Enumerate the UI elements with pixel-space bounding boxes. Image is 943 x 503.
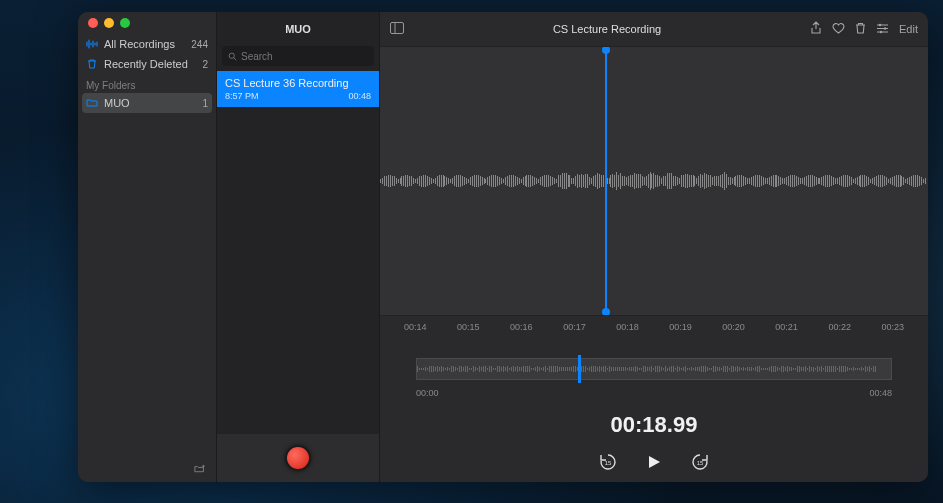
current-time-display: 00:18.99 <box>380 412 928 438</box>
skip-back-button[interactable]: 15 <box>598 452 618 472</box>
svg-point-0 <box>229 53 234 58</box>
window-traffic-lights <box>78 12 216 34</box>
recording-time: 8:57 PM <box>225 91 259 101</box>
window-title: CS Lecture Recording <box>414 23 800 35</box>
folder-icon <box>86 97 98 109</box>
favorite-icon[interactable] <box>832 22 845 36</box>
toolbar: CS Lecture Recording Edit <box>380 12 928 46</box>
scrub-end-label: 00:48 <box>869 388 892 398</box>
svg-text:15: 15 <box>605 460 612 466</box>
share-icon[interactable] <box>810 21 822 37</box>
svg-point-3 <box>884 27 886 29</box>
sidebar-folder-count: 1 <box>202 98 208 109</box>
sidebar-deleted-label: Recently Deleted <box>104 58 188 70</box>
playhead[interactable] <box>605 47 607 315</box>
waveform-display[interactable] <box>380 46 928 316</box>
timeline-tick: 00:14 <box>404 322 427 340</box>
sidebar-folder-label: MUO <box>104 97 130 109</box>
svg-rect-1 <box>391 23 404 34</box>
overview-waveform <box>417 365 891 373</box>
timeline-tick: 00:15 <box>457 322 480 340</box>
skip-forward-button[interactable]: 15 <box>690 452 710 472</box>
sidebar-deleted-count: 2 <box>202 59 208 70</box>
minimize-window-button[interactable] <box>104 18 114 28</box>
sidebar-footer <box>78 456 216 482</box>
close-window-button[interactable] <box>88 18 98 28</box>
trash-icon <box>86 58 98 70</box>
record-bar <box>217 434 379 482</box>
options-icon[interactable] <box>876 23 889 36</box>
recording-title: CS Lecture 36 Recording <box>225 77 371 89</box>
record-button[interactable] <box>285 445 311 471</box>
recording-duration: 00:48 <box>348 91 371 101</box>
edit-button[interactable]: Edit <box>899 23 918 35</box>
sidebar-toggle-icon[interactable] <box>390 22 404 36</box>
play-button[interactable] <box>644 452 664 472</box>
waveform-icon <box>86 38 98 50</box>
recordings-list-pane: MUO CS Lecture 36 Recording 8:57 PM 00:4… <box>216 12 380 482</box>
search-input[interactable] <box>241 51 368 62</box>
svg-text:15: 15 <box>697 460 704 466</box>
svg-point-4 <box>880 30 882 32</box>
sidebar-all-recordings[interactable]: All Recordings 244 <box>78 34 216 54</box>
timeline-tick: 00:21 <box>775 322 798 340</box>
scrub-start-label: 00:00 <box>416 388 439 398</box>
voice-memos-window: All Recordings 244 Recently Deleted 2 My… <box>78 12 928 482</box>
recordings-folder-title: MUO <box>217 12 379 46</box>
sidebar-folder-muo[interactable]: MUO 1 <box>82 93 212 113</box>
zoom-window-button[interactable] <box>120 18 130 28</box>
main-pane: CS Lecture Recording Edit 00:1400:1500:1… <box>380 12 928 482</box>
sidebar-all-label: All Recordings <box>104 38 175 50</box>
sidebar-recently-deleted[interactable]: Recently Deleted 2 <box>78 54 216 74</box>
sidebar-all-count: 244 <box>191 39 208 50</box>
timeline-tick: 00:17 <box>563 322 586 340</box>
overview-playhead[interactable] <box>578 355 581 383</box>
search-field[interactable] <box>222 46 374 66</box>
timeline-tick: 00:20 <box>722 322 745 340</box>
timeline-tick-labels: 00:1400:1500:1600:1700:1800:1900:2000:21… <box>380 316 928 340</box>
sidebar: All Recordings 244 Recently Deleted 2 My… <box>78 12 216 482</box>
timeline-tick: 00:22 <box>828 322 851 340</box>
timeline-tick: 00:19 <box>669 322 692 340</box>
timeline-tick: 00:18 <box>616 322 639 340</box>
trash-toolbar-icon[interactable] <box>855 22 866 37</box>
timeline-tick: 00:23 <box>881 322 904 340</box>
timeline-tick: 00:16 <box>510 322 533 340</box>
waveform-center <box>380 169 928 193</box>
playback-controls: 15 15 <box>380 452 928 472</box>
svg-point-2 <box>879 23 881 25</box>
new-folder-icon[interactable] <box>194 463 206 475</box>
recording-item[interactable]: CS Lecture 36 Recording 8:57 PM 00:48 <box>217 71 379 107</box>
overview-scrubber[interactable] <box>416 358 892 380</box>
sidebar-folders-header: My Folders <box>78 74 216 93</box>
search-icon <box>228 50 237 62</box>
